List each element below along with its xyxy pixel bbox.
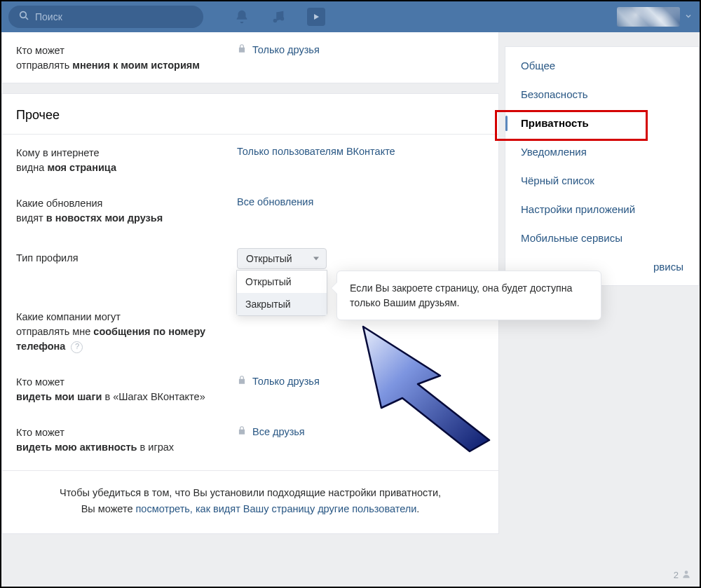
- dropdown-option-closed[interactable]: Закрытый: [237, 293, 327, 315]
- search-wrap[interactable]: [8, 6, 203, 28]
- row-label-games-activity: Кто может видеть мою активность в играх: [16, 424, 237, 455]
- chevron-down-icon[interactable]: [684, 11, 693, 23]
- person-icon: [681, 569, 691, 581]
- row-label-company-messages: Какие компании могут отправлять мне сооб…: [16, 308, 237, 354]
- presence-count: 2: [674, 570, 679, 580]
- video-icon[interactable]: [307, 8, 325, 26]
- sidenav-item-security[interactable]: Безопасность: [505, 80, 699, 109]
- svg-point-0: [20, 12, 27, 18]
- lock-icon: [237, 375, 247, 387]
- topbar: [1, 1, 700, 32]
- presence-indicator[interactable]: 2: [674, 569, 691, 581]
- preview-as-others-link[interactable]: посмотреть, как видят Вашу страницу друг…: [136, 503, 417, 514]
- row-value-news-updates[interactable]: Все обновления: [237, 195, 484, 207]
- footer-note: Чтобы убедиться в том, что Вы установили…: [2, 470, 498, 533]
- avatar[interactable]: [617, 7, 680, 27]
- lock-icon: [237, 43, 247, 55]
- sidenav-item-blacklist[interactable]: Чёрный список: [505, 166, 699, 195]
- sidenav-item-general[interactable]: Общее: [505, 51, 699, 80]
- dropdown-option-open[interactable]: Открытый: [237, 271, 327, 293]
- profile-type-tooltip: Если Вы закроете страницу, она будет дос…: [336, 271, 601, 320]
- row-label-stories: Кто может отправлять мнения к моим истор…: [16, 42, 237, 73]
- row-value-games-activity[interactable]: Все друзья: [237, 424, 484, 437]
- help-icon[interactable]: ?: [71, 341, 83, 353]
- search-icon: [18, 10, 29, 24]
- row-label-page-visibility: Кому в интернете видна моя страница: [16, 144, 237, 175]
- sidenav-item-mobile-services[interactable]: Мобильные сервисы: [505, 224, 699, 252]
- row-label-steps: Кто может видеть мои шаги в «Шагах ВКонт…: [16, 374, 237, 404]
- svg-point-4: [685, 570, 688, 574]
- svg-point-3: [280, 17, 285, 21]
- row-label-profile-type: Тип профиля: [16, 247, 237, 266]
- profile-type-dropdown-menu: Открытый Закрытый: [236, 270, 327, 316]
- sidenav-item-privacy[interactable]: Приватность: [505, 109, 699, 137]
- row-label-news-updates: Какие обновления видят в новостях мои др…: [16, 195, 237, 226]
- svg-line-1: [26, 18, 28, 20]
- sidenav-item-notifications[interactable]: Уведомления: [505, 137, 699, 166]
- row-value-text: Только друзья: [252, 44, 320, 55]
- section-title-other: Прочее: [2, 94, 498, 134]
- search-input[interactable]: [35, 11, 193, 22]
- svg-point-2: [273, 19, 278, 23]
- row-value-page-visibility[interactable]: Только пользователям ВКонтакте: [237, 144, 484, 157]
- row-value-stories[interactable]: Только друзья: [237, 42, 484, 55]
- sidenav: Общее Безопасность Приватность Уведомлен…: [505, 46, 700, 286]
- notifications-icon[interactable]: [234, 9, 250, 25]
- lock-icon: [237, 425, 247, 437]
- sidenav-item-app-settings[interactable]: Настройки приложений: [505, 195, 699, 224]
- card-stories-opinions: Кто может отправлять мнения к моим истор…: [1, 32, 499, 83]
- music-icon[interactable]: [271, 9, 286, 25]
- row-value-steps[interactable]: Только друзья: [237, 374, 484, 387]
- profile-type-dropdown[interactable]: Открытый: [237, 248, 327, 269]
